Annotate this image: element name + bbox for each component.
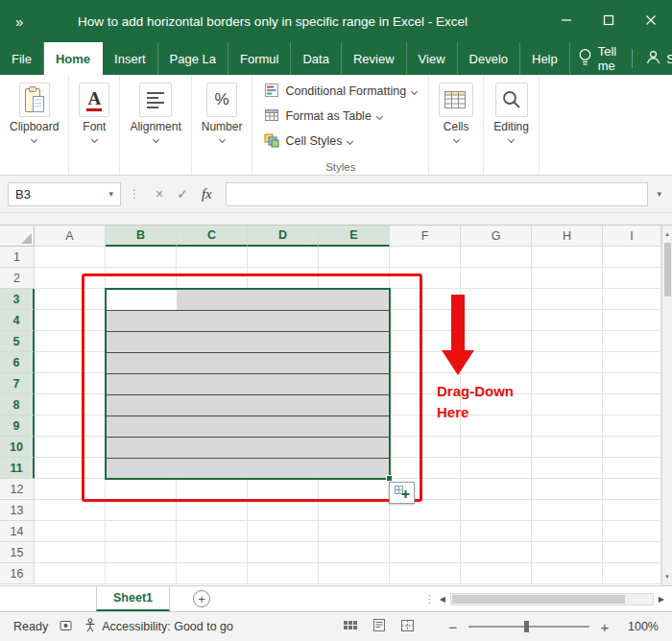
cell-A1[interactable] bbox=[35, 247, 106, 268]
cell-E1[interactable] bbox=[319, 247, 390, 268]
cell-G9[interactable] bbox=[461, 415, 532, 437]
font-dropdown-button[interactable]: A Font bbox=[79, 83, 109, 142]
cell-E6[interactable] bbox=[319, 352, 390, 373]
cell-E14[interactable] bbox=[319, 521, 390, 542]
tab-page-layout[interactable]: Page La bbox=[158, 42, 228, 75]
maximize-button[interactable] bbox=[588, 0, 630, 42]
tab-developer[interactable]: Develo bbox=[458, 42, 520, 75]
fill-handle[interactable] bbox=[386, 475, 393, 482]
conditional-formatting-button[interactable]: Conditional Formatting bbox=[264, 79, 417, 104]
accessibility-status[interactable]: Accessibility: Good to go bbox=[84, 618, 233, 635]
cell-E15[interactable] bbox=[319, 542, 390, 563]
cell-F15[interactable] bbox=[390, 542, 461, 563]
clipboard-dropdown-button[interactable]: Clipboard bbox=[10, 83, 59, 142]
cell-G14[interactable] bbox=[461, 521, 532, 542]
cell-F6[interactable] bbox=[390, 352, 461, 373]
cell-D15[interactable] bbox=[248, 542, 319, 563]
cell-G16[interactable] bbox=[461, 563, 532, 584]
row-header-1[interactable]: 1 bbox=[0, 247, 35, 268]
insert-function-icon[interactable]: fx bbox=[202, 186, 212, 202]
cell-E16[interactable] bbox=[319, 563, 390, 584]
cell-B15[interactable] bbox=[106, 542, 177, 563]
cell-E10[interactable] bbox=[319, 437, 390, 458]
cell-C9[interactable] bbox=[177, 415, 248, 437]
cell-D6[interactable] bbox=[248, 352, 319, 373]
cell-I13[interactable] bbox=[603, 500, 661, 521]
formula-input[interactable] bbox=[226, 182, 649, 206]
cell-B11[interactable] bbox=[106, 458, 177, 479]
cell-F14[interactable] bbox=[390, 521, 461, 542]
cell-D12[interactable] bbox=[248, 479, 319, 500]
cell-C6[interactable] bbox=[177, 352, 248, 373]
row-header-3[interactable]: 3 bbox=[0, 289, 35, 310]
cell-B2[interactable] bbox=[106, 268, 177, 289]
cell-H13[interactable] bbox=[532, 500, 603, 521]
cell-G6[interactable] bbox=[461, 352, 532, 373]
alignment-dropdown-button[interactable]: Alignment bbox=[130, 83, 180, 142]
number-dropdown-button[interactable]: % Number bbox=[202, 83, 243, 142]
cell-B14[interactable] bbox=[106, 521, 177, 542]
active-cell-B3[interactable] bbox=[107, 290, 177, 310]
cell-E8[interactable] bbox=[319, 394, 390, 415]
drag-handle-icon[interactable]: ⋮ bbox=[127, 187, 142, 201]
close-button[interactable] bbox=[630, 0, 672, 42]
cell-B7[interactable] bbox=[106, 373, 177, 394]
cell-C5[interactable] bbox=[177, 331, 248, 352]
cell-G10[interactable] bbox=[461, 437, 532, 458]
cell-E13[interactable] bbox=[319, 500, 390, 521]
cell-D7[interactable] bbox=[248, 373, 319, 394]
cell-C14[interactable] bbox=[177, 521, 248, 542]
cell-H12[interactable] bbox=[532, 479, 603, 500]
cell-A13[interactable] bbox=[35, 500, 106, 521]
cell-B9[interactable] bbox=[106, 415, 177, 437]
cell-C11[interactable] bbox=[177, 458, 248, 479]
cell-A12[interactable] bbox=[35, 479, 106, 500]
cell-I14[interactable] bbox=[603, 521, 661, 542]
cell-D5[interactable] bbox=[248, 331, 319, 352]
cell-B10[interactable] bbox=[106, 437, 177, 458]
row-header-9[interactable]: 9 bbox=[0, 415, 35, 437]
cell-A3[interactable] bbox=[35, 289, 106, 310]
drag-handle-icon[interactable]: ⋮ bbox=[424, 593, 435, 605]
cell-C2[interactable] bbox=[177, 268, 248, 289]
row-header-14[interactable]: 14 bbox=[0, 521, 35, 542]
column-header-F[interactable]: F bbox=[390, 226, 461, 247]
cell-F5[interactable] bbox=[390, 331, 461, 352]
cell-H3[interactable] bbox=[532, 289, 603, 310]
normal-view-icon[interactable] bbox=[343, 619, 358, 635]
tab-file[interactable]: File bbox=[0, 42, 44, 75]
cell-D9[interactable] bbox=[248, 415, 319, 437]
enter-check-icon[interactable]: ✓ bbox=[177, 186, 188, 202]
cell-C10[interactable] bbox=[177, 437, 248, 458]
cell-C15[interactable] bbox=[177, 542, 248, 563]
column-header-H[interactable]: H bbox=[532, 226, 603, 247]
scroll-right-icon[interactable]: ▶ bbox=[659, 595, 664, 604]
cell-G2[interactable] bbox=[461, 268, 532, 289]
cell-A5[interactable] bbox=[35, 331, 106, 352]
zoom-in-button[interactable]: + bbox=[598, 619, 612, 635]
cell-I4[interactable] bbox=[603, 310, 661, 331]
cell-G15[interactable] bbox=[461, 542, 532, 563]
cell-B12[interactable] bbox=[106, 479, 177, 500]
cell-D3[interactable] bbox=[248, 289, 319, 310]
cell-D13[interactable] bbox=[248, 500, 319, 521]
cell-E3[interactable] bbox=[319, 289, 390, 310]
cell-I12[interactable] bbox=[603, 479, 661, 500]
cells-dropdown-button[interactable]: Cells bbox=[439, 83, 473, 142]
cell-C3[interactable] bbox=[177, 289, 248, 310]
cell-C7[interactable] bbox=[177, 373, 248, 394]
cell-B1[interactable] bbox=[106, 247, 177, 268]
zoom-slider-thumb[interactable] bbox=[524, 621, 529, 632]
tab-view[interactable]: View bbox=[407, 42, 458, 75]
cell-I7[interactable] bbox=[603, 373, 661, 394]
cell-F16[interactable] bbox=[390, 563, 461, 584]
row-header-2[interactable]: 2 bbox=[0, 268, 35, 289]
cell-F8[interactable] bbox=[390, 394, 461, 415]
cell-H4[interactable] bbox=[532, 310, 603, 331]
format-as-table-button[interactable]: Format as Table bbox=[264, 104, 381, 129]
cell-H14[interactable] bbox=[532, 521, 603, 542]
cell-F11[interactable] bbox=[390, 458, 461, 479]
scroll-down-icon[interactable]: ▼ bbox=[662, 570, 672, 583]
cell-D1[interactable] bbox=[248, 247, 319, 268]
cell-H6[interactable] bbox=[532, 352, 603, 373]
